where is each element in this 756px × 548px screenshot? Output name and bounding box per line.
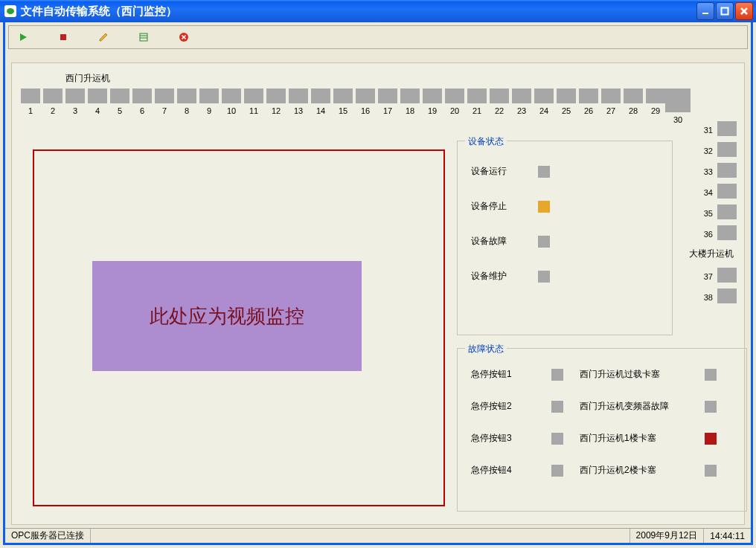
minimize-button[interactable] bbox=[696, 2, 714, 20]
slot-5[interactable]: 5 bbox=[110, 88, 129, 124]
slot-29[interactable]: 29 bbox=[646, 88, 665, 124]
slot-box bbox=[356, 88, 375, 103]
slot-box bbox=[132, 88, 152, 103]
slot-box bbox=[717, 142, 737, 157]
slot-box bbox=[110, 88, 129, 103]
slot-box bbox=[445, 88, 464, 103]
slot-number: 28 bbox=[629, 106, 638, 115]
slot-box bbox=[601, 88, 621, 103]
slot-box bbox=[311, 88, 330, 103]
vertical-slots: 313233343536大楼升运机3738 bbox=[689, 121, 737, 303]
slot-22[interactable]: 22 bbox=[490, 88, 509, 124]
slot-8[interactable]: 8 bbox=[177, 88, 196, 124]
slot-24[interactable]: 24 bbox=[534, 88, 554, 124]
fault-label: 西门升运机变频器故障 bbox=[580, 400, 691, 413]
slot-box bbox=[717, 184, 737, 199]
slot-number: 11 bbox=[249, 106, 258, 115]
slot-3[interactable]: 3 bbox=[65, 88, 85, 124]
status-indicator bbox=[538, 271, 550, 283]
slot-7[interactable]: 7 bbox=[155, 88, 174, 124]
slot-number: 6 bbox=[140, 106, 144, 115]
slot-10[interactable]: 10 bbox=[222, 88, 241, 124]
slot-4[interactable]: 4 bbox=[88, 88, 107, 124]
slot-20[interactable]: 20 bbox=[445, 88, 464, 124]
fault-indicator bbox=[705, 401, 717, 413]
status-label: 设备运行 bbox=[471, 165, 516, 178]
slot-number: 17 bbox=[383, 106, 392, 115]
slot-box bbox=[177, 88, 196, 103]
slot-6[interactable]: 6 bbox=[132, 88, 152, 124]
slot-25[interactable]: 25 bbox=[557, 88, 576, 124]
slot-33[interactable]: 33 bbox=[701, 163, 737, 178]
slot-box bbox=[155, 88, 174, 103]
slot-36[interactable]: 36 bbox=[701, 225, 737, 240]
status-indicator bbox=[538, 201, 550, 213]
stop-button[interactable] bbox=[57, 30, 70, 44]
slot-14[interactable]: 14 bbox=[311, 88, 330, 124]
slot-35[interactable]: 35 bbox=[701, 204, 737, 219]
slot-1[interactable]: 1 bbox=[21, 88, 40, 124]
slot-box bbox=[717, 121, 737, 136]
slot-number: 4 bbox=[95, 106, 100, 115]
list-button[interactable] bbox=[137, 30, 150, 44]
slot-28[interactable]: 28 bbox=[624, 88, 643, 124]
slot-number: 36 bbox=[701, 230, 713, 239]
status-indicator bbox=[538, 236, 550, 248]
slot-number: 35 bbox=[701, 209, 713, 218]
slot-31[interactable]: 31 bbox=[701, 121, 737, 136]
status-label: 设备故障 bbox=[471, 235, 516, 248]
fault-label: 急停按钮1 bbox=[471, 368, 538, 381]
slot-box bbox=[467, 88, 487, 103]
slot-26[interactable]: 26 bbox=[579, 88, 598, 124]
edit-button[interactable] bbox=[97, 30, 110, 44]
slot-37[interactable]: 37 bbox=[701, 268, 737, 283]
status-indicator bbox=[538, 166, 550, 178]
error-button[interactable] bbox=[177, 30, 190, 44]
slot-16[interactable]: 16 bbox=[356, 88, 375, 124]
slot-11[interactable]: 11 bbox=[244, 88, 263, 124]
slot-box bbox=[534, 88, 554, 103]
svg-rect-5 bbox=[140, 33, 147, 41]
slot-19[interactable]: 19 bbox=[423, 88, 442, 124]
video-placeholder-text: 此处应为视频监控 bbox=[150, 303, 304, 329]
status-row: 设备停止 bbox=[471, 200, 663, 213]
slot-2[interactable]: 2 bbox=[43, 88, 63, 124]
slot-number: 2 bbox=[51, 106, 55, 115]
slot-38[interactable]: 38 bbox=[701, 288, 737, 303]
slot-number: 24 bbox=[539, 106, 548, 115]
slot-32[interactable]: 32 bbox=[701, 142, 737, 157]
slot-27[interactable]: 27 bbox=[601, 88, 621, 124]
slot-23[interactable]: 23 bbox=[512, 88, 531, 124]
slot-17[interactable]: 17 bbox=[378, 88, 397, 124]
window-frame: 西门升运机 1234567891011121314151617181920212… bbox=[3, 22, 753, 545]
slot-number: 30 bbox=[673, 115, 682, 124]
slot-number: 26 bbox=[584, 106, 593, 115]
slot-21[interactable]: 21 bbox=[467, 88, 487, 124]
slot-30[interactable]: 30 bbox=[668, 88, 688, 124]
slot-13[interactable]: 13 bbox=[289, 88, 308, 124]
slot-box bbox=[400, 88, 420, 103]
fault-indicator bbox=[551, 401, 563, 413]
slot-number: 23 bbox=[517, 106, 526, 115]
slot-box bbox=[423, 88, 442, 103]
slot-number: 3 bbox=[73, 106, 77, 115]
slot-box bbox=[222, 88, 241, 103]
slot-box bbox=[88, 88, 107, 103]
slot-box bbox=[289, 88, 308, 103]
fault-status-legend: 故障状态 bbox=[465, 343, 507, 355]
play-button[interactable] bbox=[16, 30, 30, 44]
slot-34[interactable]: 34 bbox=[701, 184, 737, 199]
maximize-button[interactable] bbox=[716, 2, 734, 20]
slot-18[interactable]: 18 bbox=[400, 88, 420, 124]
slot-number: 27 bbox=[606, 106, 615, 115]
slot-number: 20 bbox=[450, 106, 459, 115]
fault-label: 西门升运机1楼卡塞 bbox=[580, 432, 691, 445]
slot-number: 10 bbox=[227, 106, 236, 115]
slot-box bbox=[717, 204, 737, 219]
slot-9[interactable]: 9 bbox=[199, 88, 219, 124]
close-button[interactable] bbox=[735, 2, 753, 20]
slot-number: 31 bbox=[701, 126, 713, 135]
slot-15[interactable]: 15 bbox=[333, 88, 353, 124]
statusbar: OPC服务器已连接 2009年9月12日 14:44:11 bbox=[5, 528, 751, 543]
slot-12[interactable]: 12 bbox=[266, 88, 286, 124]
